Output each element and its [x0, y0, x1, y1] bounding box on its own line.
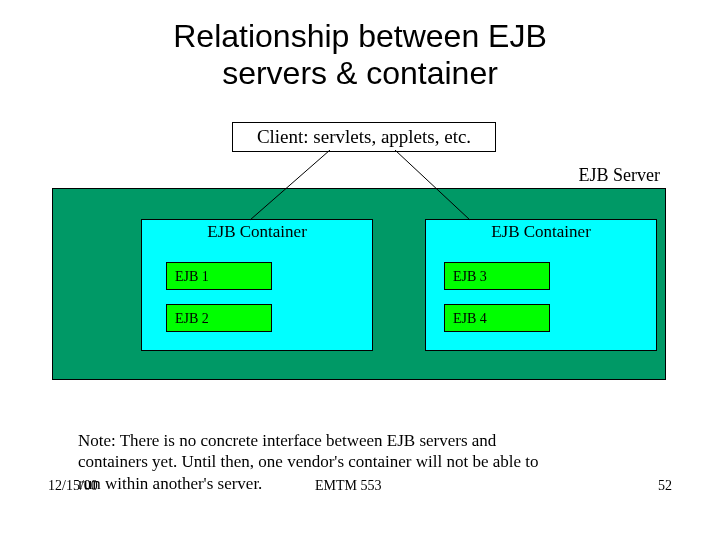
- ejb-2-box: EJB 2: [166, 304, 272, 332]
- ejb-server-box: EJB Container EJB 1 EJB 2 EJB Container …: [52, 188, 666, 380]
- footer-course: EMTM 553: [315, 478, 382, 494]
- ejb-4-box: EJB 4: [444, 304, 550, 332]
- ejb-2-label: EJB 2: [175, 311, 209, 326]
- client-label: Client: servlets, applets, etc.: [257, 126, 471, 147]
- ejb-server-label: EJB Server: [579, 165, 660, 186]
- title-line-2: servers & container: [222, 55, 498, 91]
- slide-title: Relationship between EJB servers & conta…: [0, 18, 720, 92]
- ejb-container-left-title: EJB Container: [142, 222, 372, 242]
- client-box: Client: servlets, applets, etc.: [232, 122, 496, 152]
- ejb-1-label: EJB 1: [175, 269, 209, 284]
- ejb-3-box: EJB 3: [444, 262, 550, 290]
- footer-page-number: 52: [658, 478, 672, 494]
- ejb-container-right: EJB Container EJB 3 EJB 4: [425, 219, 657, 351]
- footer-date: 12/15/00: [48, 478, 98, 494]
- ejb-container-right-title: EJB Container: [426, 222, 656, 242]
- ejb-4-label: EJB 4: [453, 311, 487, 326]
- title-line-1: Relationship between EJB: [173, 18, 547, 54]
- ejb-container-left: EJB Container EJB 1 EJB 2: [141, 219, 373, 351]
- ejb-3-label: EJB 3: [453, 269, 487, 284]
- ejb-1-box: EJB 1: [166, 262, 272, 290]
